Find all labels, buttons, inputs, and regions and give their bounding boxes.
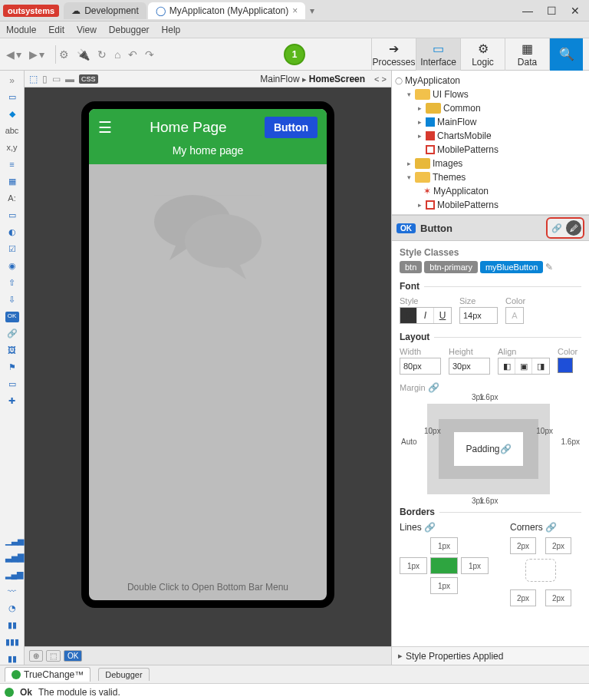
breadcrumb[interactable]: MainFlow ▸ HomeScreen	[260, 74, 365, 84]
foot-chip-2[interactable]: ⬚	[46, 650, 61, 662]
widget-check-icon[interactable]: ☑	[5, 244, 19, 255]
phone-bottom-hint[interactable]: Double Click to Open Bottom Bar Menu	[89, 574, 327, 600]
caret-right-icon[interactable]: ▸	[416, 118, 423, 126]
css-badge[interactable]: CSS	[79, 74, 98, 84]
hamburger-icon[interactable]: ☰	[98, 118, 112, 137]
border-right[interactable]: 1px	[461, 557, 489, 574]
tab-processes[interactable]: ➔Processes	[371, 38, 416, 71]
widget-bars-icon[interactable]: ▮▮	[5, 620, 19, 631]
lines-link-icon[interactable]: 🔗	[424, 522, 436, 533]
tree-mp[interactable]: MobilePatterns	[437, 144, 499, 155]
bold-icon[interactable]: B	[400, 308, 417, 323]
phone-body[interactable]	[89, 164, 327, 574]
collapse-icon[interactable]: »	[9, 75, 15, 86]
widget-pie-icon[interactable]: ◔	[5, 603, 19, 614]
caret-down-icon[interactable]: ▾	[405, 91, 413, 98]
menu-view[interactable]: View	[77, 25, 97, 35]
phone-subtitle[interactable]: My home page	[98, 144, 318, 157]
tree-images[interactable]: Images	[433, 158, 462, 169]
phone-title[interactable]: Home Page	[150, 119, 226, 136]
close-window-icon[interactable]: ✕	[571, 5, 580, 17]
pending-badge[interactable]: 1	[284, 44, 305, 65]
italic-icon[interactable]: I	[417, 308, 434, 323]
widget-table-icon[interactable]: ▦	[5, 177, 19, 187]
align-right-icon[interactable]: ◨	[532, 358, 549, 374]
widget-block-icon[interactable]: ✚	[5, 396, 19, 407]
menu-edit[interactable]: Edit	[48, 25, 64, 35]
widget-line-icon[interactable]: 〰	[5, 586, 19, 597]
widget-download-icon[interactable]: ⇩	[5, 295, 19, 305]
widget-input-icon[interactable]: ▭	[5, 210, 19, 221]
tree-themes[interactable]: Themes	[433, 172, 466, 183]
styles-view-icon[interactable]: 🖉	[566, 220, 581, 236]
border-top[interactable]: 1px	[430, 537, 458, 554]
foot-chip-3[interactable]: OK	[64, 650, 82, 662]
underline-icon[interactable]: U	[434, 308, 451, 323]
widget-list-icon[interactable]: ≡	[5, 160, 19, 170]
widget-icon-icon[interactable]: ⚑	[5, 362, 19, 373]
corner-tr[interactable]: 2px	[545, 537, 571, 554]
caret-right-icon[interactable]: ▸	[416, 201, 423, 209]
chip-mybluebutton[interactable]: myBlueButton	[480, 261, 543, 273]
bg-color-swatch[interactable]	[558, 358, 573, 373]
properties-view-icon[interactable]: 🔗	[549, 220, 564, 236]
device-phone-icon[interactable]: ⬚	[29, 74, 38, 84]
menu-help[interactable]: Help	[162, 25, 181, 35]
border-left[interactable]: 1px	[400, 557, 427, 574]
menu-module[interactable]: Module	[6, 25, 36, 35]
widget-expr-icon[interactable]: x,y	[5, 143, 19, 154]
widget-label-icon[interactable]: A:	[5, 193, 19, 204]
undo-icon[interactable]: ↶	[128, 48, 137, 61]
chip-btn-primary[interactable]: btn-primary	[424, 261, 478, 273]
corner-bl[interactable]: 2px	[510, 589, 536, 606]
back-drop-icon[interactable]: ▾	[16, 48, 21, 61]
tab-application[interactable]: ◯ MyApplicaton (MyApplicaton) ×	[148, 2, 305, 19]
widget-chart3-icon[interactable]: ▂▄▆	[5, 570, 19, 580]
font-color-picker[interactable]: A	[505, 307, 524, 324]
element-tree[interactable]: ◯MyApplicaton ▾UI Flows ▸Common ▸MainFlo…	[392, 71, 589, 215]
plug-icon[interactable]: 🔌	[77, 48, 90, 61]
menu-debugger[interactable]: Debugger	[109, 25, 150, 35]
font-size-input[interactable]	[459, 307, 498, 324]
align-group[interactable]: ◧▣◨	[498, 358, 550, 375]
tree-theme-mp[interactable]: MobilePatterns	[437, 200, 499, 210]
chip-btn[interactable]: btn	[400, 261, 422, 273]
device-wide-icon[interactable]: ▬	[65, 74, 74, 84]
edit-classes-icon[interactable]: ✎	[545, 262, 553, 272]
corner-br[interactable]: 2px	[545, 589, 571, 606]
widget-switch-icon[interactable]: ◐	[5, 227, 19, 238]
tag-toggle[interactable]: < >	[374, 74, 387, 84]
font-style-group[interactable]: BIU	[400, 307, 452, 324]
widget-popup-icon[interactable]: ▭	[5, 379, 19, 390]
caret-down-icon[interactable]: ▾	[405, 173, 413, 181]
maximize-icon[interactable]: ☐	[547, 5, 557, 17]
tree-charts[interactable]: ChartsMobile	[437, 130, 492, 141]
forward-drop-icon[interactable]: ▾	[39, 48, 44, 61]
caret-right-icon[interactable]: ▸	[416, 132, 423, 140]
widget-upload-icon[interactable]: ⇧	[5, 278, 19, 289]
widget-container-icon[interactable]: ▭	[5, 92, 19, 103]
widget-bars2-icon[interactable]: ▮▮▮	[5, 637, 19, 648]
widget-chart1-icon[interactable]: ▁▃▅	[5, 536, 19, 546]
align-center-icon[interactable]: ▣	[515, 358, 532, 374]
device-desktop-icon[interactable]: ▭	[52, 74, 61, 84]
device-tablet-icon[interactable]: ▯	[42, 74, 48, 84]
widget-bars3-icon[interactable]: ▮▮	[5, 654, 19, 665]
corners-link-icon[interactable]: 🔗	[545, 522, 557, 533]
caret-right-icon[interactable]: ▸	[405, 160, 413, 167]
widget-if-icon[interactable]: ◆	[5, 109, 19, 120]
align-left-icon[interactable]: ◧	[499, 358, 515, 374]
refresh-icon[interactable]: ↻	[97, 48, 107, 61]
margin-link-icon[interactable]: 🔗	[428, 382, 439, 393]
widget-button-icon[interactable]: OK	[5, 312, 19, 322]
foot-chip-1[interactable]: ⊕	[29, 650, 43, 662]
padding-link-icon[interactable]: 🔗	[500, 444, 512, 454]
forward-icon[interactable]: ▶	[29, 48, 38, 61]
close-icon[interactable]: ×	[292, 5, 298, 16]
props-footer[interactable]: ▸ Style Properties Applied	[392, 646, 589, 665]
tab-interface[interactable]: ▭Interface	[416, 38, 460, 71]
caret-right-icon[interactable]: ▸	[416, 104, 423, 112]
widget-link-icon[interactable]: 🔗	[5, 329, 19, 339]
tree-mainflow[interactable]: MainFlow	[437, 117, 476, 127]
height-input[interactable]	[449, 358, 490, 375]
